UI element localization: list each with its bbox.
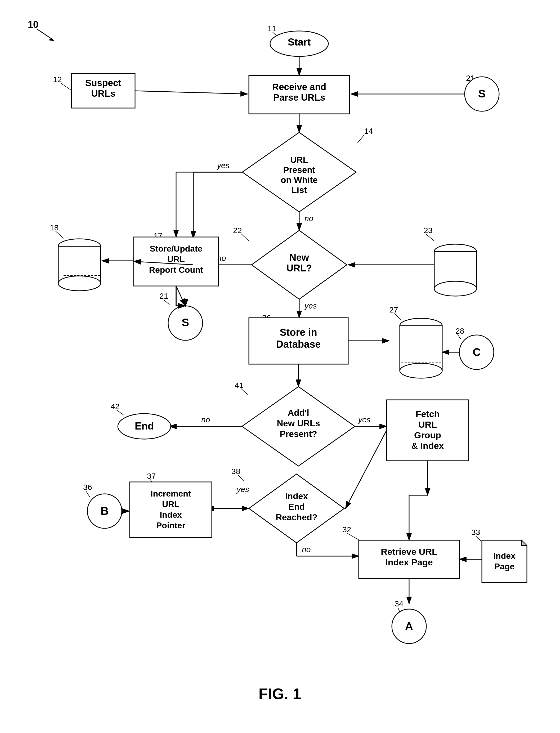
index-end-label1: Index — [285, 491, 308, 501]
retrieve-url-label2: Index Page — [385, 557, 433, 567]
label-36: 36 — [83, 483, 92, 491]
label-33: 33 — [471, 528, 480, 537]
label-14: 14 — [364, 127, 373, 135]
label-38: 38 — [231, 467, 240, 476]
arrow-store-to-scircle — [176, 286, 185, 306]
yes-label-addl: yes — [358, 415, 371, 424]
s-circle-top-right-label: S — [478, 87, 486, 100]
svg-line-9 — [56, 231, 64, 238]
fetch-url-label1: Fetch — [416, 409, 440, 419]
fetch-url-label3: Group — [414, 430, 441, 440]
label-21b: 21 — [159, 292, 168, 300]
new-url-label1: New — [289, 252, 309, 263]
url-present-label2: Present — [283, 165, 315, 175]
url-present-label1: URL — [290, 155, 308, 165]
end-label: End — [135, 421, 154, 432]
label-22: 22 — [233, 226, 242, 235]
index-page-label2: Page — [494, 562, 514, 571]
svg-line-10 — [164, 300, 169, 305]
c-circle-label: C — [473, 346, 481, 358]
label-37: 37 — [147, 472, 156, 480]
store-update-label2: URL — [167, 254, 185, 264]
label-32: 32 — [342, 525, 351, 534]
label-28: 28 — [455, 327, 464, 335]
label-27: 27 — [389, 305, 398, 314]
fig-label: FIG. 1 — [258, 685, 301, 702]
suspect-urls-label: Suspect — [85, 78, 121, 88]
addl-urls-label1: Add'l — [288, 408, 309, 418]
increment-label1: Increment — [151, 489, 191, 498]
svg-line-12 — [395, 313, 401, 320]
label-12: 12 — [53, 75, 62, 84]
svg-line-19 — [86, 491, 90, 497]
svg-line-17 — [238, 475, 244, 481]
store-update-label3: Report Count — [149, 265, 203, 275]
suspect-urls-label2: URLs — [91, 88, 115, 99]
addl-urls-label2: New URLs — [277, 418, 320, 428]
svg-line-21 — [476, 536, 481, 542]
svg-line-4 — [60, 83, 71, 90]
label-10: 10 — [28, 19, 38, 30]
index-page-fold — [522, 540, 527, 546]
retrieve-url-label1: Retrieve URL — [381, 547, 437, 557]
yes-label-indexend: yes — [236, 485, 249, 494]
label-23: 23 — [424, 226, 432, 235]
store-update-label1: Store/Update — [150, 244, 202, 253]
store-db-label2: Database — [276, 339, 321, 350]
label-42: 42 — [111, 402, 119, 411]
svg-line-7 — [426, 234, 434, 241]
svg-line-14 — [241, 388, 248, 395]
index-end-label3: Reached? — [276, 512, 317, 522]
arrow-fetch-to-indexend — [346, 430, 387, 508]
fetch-url-label2: URL — [418, 419, 437, 430]
store-db-label1: Store in — [280, 327, 317, 338]
a-circle-label: A — [405, 620, 413, 632]
new-url-label2: URL? — [286, 263, 312, 274]
index-page-doc — [482, 540, 527, 583]
index-end-label2: End — [288, 502, 305, 512]
svg-line-15 — [117, 410, 124, 415]
fetch-url-label4: & Index — [411, 441, 444, 451]
increment-label2: URL — [162, 499, 180, 509]
svg-marker-2 — [48, 38, 54, 41]
label-34: 34 — [395, 599, 403, 608]
no-label-url-present: no — [304, 214, 313, 223]
svg-line-1 — [37, 29, 53, 40]
cylinder-23-bottom — [434, 281, 477, 296]
label-41: 41 — [235, 381, 243, 390]
flowchart-svg: 10 11 Start 12 Suspect URLs 13 Receive a… — [0, 0, 560, 733]
no-label-addl: no — [201, 415, 210, 424]
url-present-label3: on White — [281, 175, 317, 185]
cylinder-18-bottom — [58, 276, 101, 291]
url-present-label4: List — [292, 185, 307, 195]
arrow-suspect-to-parse — [135, 91, 248, 94]
addl-urls-label3: Present? — [280, 429, 317, 439]
yes-label-url-present: yes — [217, 161, 230, 170]
cylinder-27-bottom — [400, 363, 442, 378]
s-circle-bot-label: S — [182, 316, 189, 329]
index-page-label1: Index — [493, 551, 516, 561]
receive-parse-label2: Parse URLs — [273, 92, 325, 102]
no-label-indexend: no — [302, 545, 311, 554]
yes-label-new-url: yes — [304, 301, 317, 310]
svg-line-5 — [357, 135, 364, 143]
label-11: 11 — [267, 24, 276, 33]
label-18: 18 — [50, 223, 59, 232]
diagram-container: 10 11 Start 12 Suspect URLs 13 Receive a… — [0, 0, 560, 733]
increment-label3: Index — [160, 510, 182, 520]
svg-line-6 — [241, 234, 249, 241]
receive-parse-label1: Receive and — [272, 82, 326, 92]
increment-label4: Pointer — [156, 521, 185, 530]
b-circle-label: B — [101, 505, 109, 517]
start-label: Start — [288, 37, 311, 48]
